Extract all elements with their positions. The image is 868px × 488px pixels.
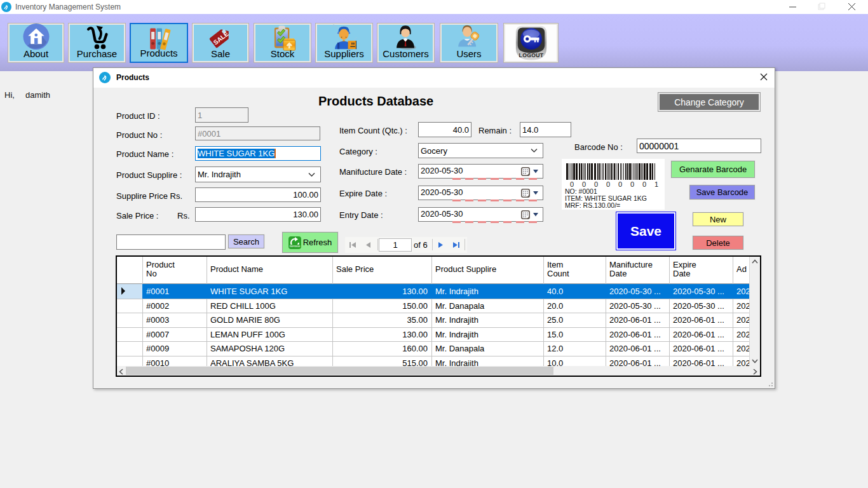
svg-text:REFRESH: REFRESH — [289, 245, 300, 247]
svg-text:0: 0 — [618, 180, 622, 188]
svg-text:MRF: RS.130.00/=: MRF: RS.130.00/= — [565, 201, 620, 209]
svg-text:0: 0 — [630, 180, 634, 188]
svg-text:LOGOUT: LOGOUT — [519, 52, 543, 58]
svg-text:0: 0 — [642, 180, 646, 188]
svg-text:0: 0 — [606, 180, 610, 188]
svg-text:1: 1 — [654, 180, 658, 188]
